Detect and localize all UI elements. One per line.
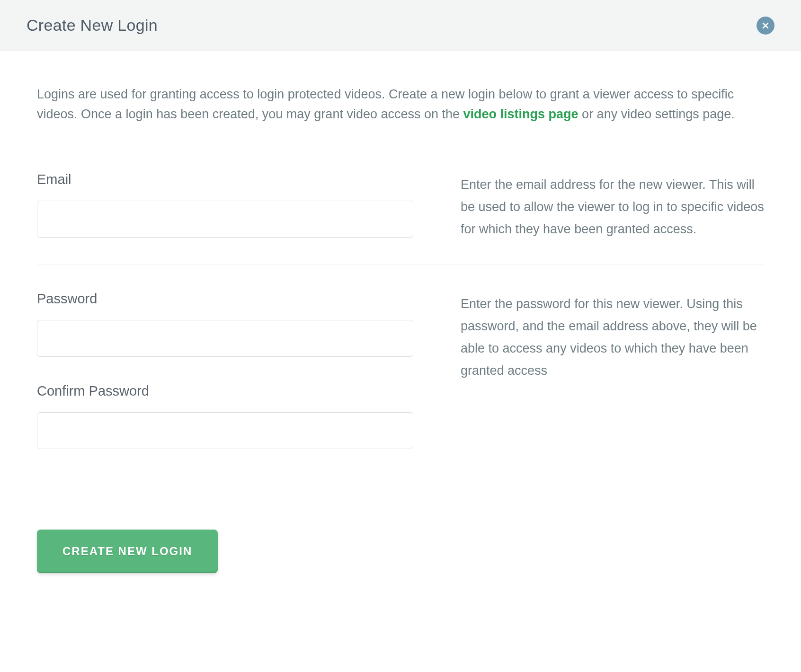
email-help-container: Enter the email address for the new view… [461, 172, 764, 241]
intro-text: Logins are used for granting access to l… [37, 84, 764, 124]
confirm-password-group: Confirm Password [37, 383, 413, 449]
password-section: Password Confirm Password Enter the pass… [37, 291, 764, 473]
modal-title: Create New Login [27, 16, 158, 35]
video-listings-link[interactable]: video listings page [463, 107, 578, 121]
create-login-modal: Create New Login Logins are used for gra… [0, 0, 801, 606]
modal-body: Logins are used for granting access to l… [0, 51, 801, 606]
close-button[interactable] [756, 17, 774, 35]
password-help-text: Enter the password for this new viewer. … [461, 293, 764, 382]
email-left: Email [37, 172, 413, 241]
intro-after: or any video settings page. [578, 107, 735, 121]
email-section: Email Enter the email address for the ne… [37, 172, 764, 265]
email-input[interactable] [37, 201, 413, 238]
submit-row: CREATE NEW LOGIN [37, 530, 764, 573]
confirm-password-label: Confirm Password [37, 383, 413, 399]
modal-header: Create New Login [0, 0, 801, 51]
password-help-container: Enter the password for this new viewer. … [461, 291, 764, 449]
create-new-login-button[interactable]: CREATE NEW LOGIN [37, 530, 218, 573]
close-icon [762, 22, 769, 29]
confirm-password-input[interactable] [37, 412, 413, 449]
password-input[interactable] [37, 320, 413, 357]
password-label: Password [37, 291, 413, 307]
email-help-text: Enter the email address for the new view… [461, 174, 764, 241]
password-group: Password [37, 291, 413, 357]
email-label: Email [37, 172, 413, 187]
password-left: Password Confirm Password [37, 291, 413, 449]
